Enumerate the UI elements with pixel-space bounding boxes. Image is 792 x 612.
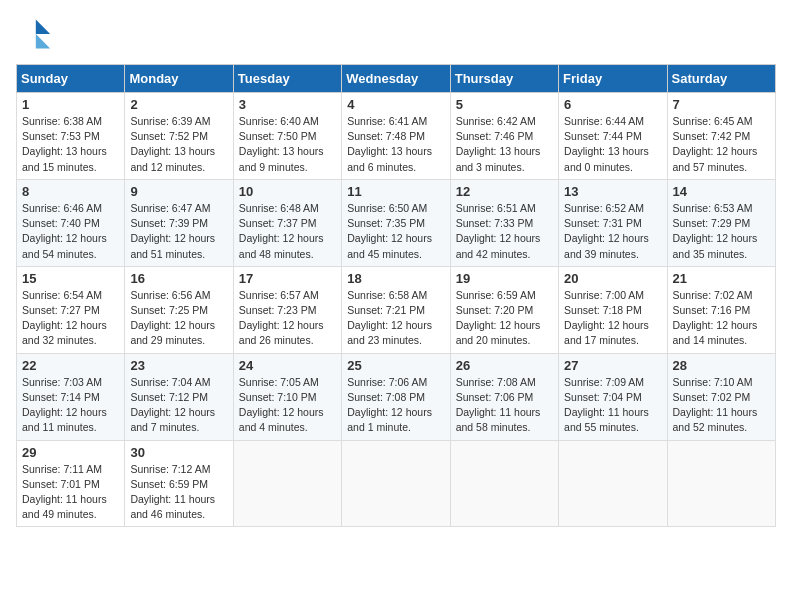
day-info: Sunrise: 7:02 AM Sunset: 7:16 PM Dayligh… <box>673 288 770 349</box>
day-info: Sunrise: 7:03 AM Sunset: 7:14 PM Dayligh… <box>22 375 119 436</box>
day-info: Sunrise: 7:11 AM Sunset: 7:01 PM Dayligh… <box>22 462 119 523</box>
calendar-cell: 3Sunrise: 6:40 AM Sunset: 7:50 PM Daylig… <box>233 93 341 180</box>
day-info: Sunrise: 7:10 AM Sunset: 7:02 PM Dayligh… <box>673 375 770 436</box>
calendar-cell: 21Sunrise: 7:02 AM Sunset: 7:16 PM Dayli… <box>667 266 775 353</box>
calendar-cell <box>667 440 775 527</box>
header-wednesday: Wednesday <box>342 65 450 93</box>
calendar-cell: 1Sunrise: 6:38 AM Sunset: 7:53 PM Daylig… <box>17 93 125 180</box>
calendar-cell: 11Sunrise: 6:50 AM Sunset: 7:35 PM Dayli… <box>342 179 450 266</box>
day-info: Sunrise: 6:50 AM Sunset: 7:35 PM Dayligh… <box>347 201 444 262</box>
day-info: Sunrise: 6:40 AM Sunset: 7:50 PM Dayligh… <box>239 114 336 175</box>
day-number: 25 <box>347 358 444 373</box>
day-info: Sunrise: 7:08 AM Sunset: 7:06 PM Dayligh… <box>456 375 553 436</box>
day-number: 18 <box>347 271 444 286</box>
calendar-cell: 5Sunrise: 6:42 AM Sunset: 7:46 PM Daylig… <box>450 93 558 180</box>
calendar-week-row: 22Sunrise: 7:03 AM Sunset: 7:14 PM Dayli… <box>17 353 776 440</box>
day-info: Sunrise: 6:47 AM Sunset: 7:39 PM Dayligh… <box>130 201 227 262</box>
day-info: Sunrise: 6:44 AM Sunset: 7:44 PM Dayligh… <box>564 114 661 175</box>
day-number: 10 <box>239 184 336 199</box>
day-number: 8 <box>22 184 119 199</box>
calendar-cell: 29Sunrise: 7:11 AM Sunset: 7:01 PM Dayli… <box>17 440 125 527</box>
day-info: Sunrise: 6:52 AM Sunset: 7:31 PM Dayligh… <box>564 201 661 262</box>
calendar-cell: 28Sunrise: 7:10 AM Sunset: 7:02 PM Dayli… <box>667 353 775 440</box>
calendar-cell: 9Sunrise: 6:47 AM Sunset: 7:39 PM Daylig… <box>125 179 233 266</box>
day-number: 14 <box>673 184 770 199</box>
calendar-cell: 15Sunrise: 6:54 AM Sunset: 7:27 PM Dayli… <box>17 266 125 353</box>
calendar-cell: 10Sunrise: 6:48 AM Sunset: 7:37 PM Dayli… <box>233 179 341 266</box>
calendar-week-row: 29Sunrise: 7:11 AM Sunset: 7:01 PM Dayli… <box>17 440 776 527</box>
calendar-cell: 19Sunrise: 6:59 AM Sunset: 7:20 PM Dayli… <box>450 266 558 353</box>
day-number: 24 <box>239 358 336 373</box>
calendar-cell: 17Sunrise: 6:57 AM Sunset: 7:23 PM Dayli… <box>233 266 341 353</box>
calendar-cell: 4Sunrise: 6:41 AM Sunset: 7:48 PM Daylig… <box>342 93 450 180</box>
day-info: Sunrise: 6:59 AM Sunset: 7:20 PM Dayligh… <box>456 288 553 349</box>
day-number: 26 <box>456 358 553 373</box>
calendar-cell <box>450 440 558 527</box>
day-info: Sunrise: 6:56 AM Sunset: 7:25 PM Dayligh… <box>130 288 227 349</box>
calendar-cell: 16Sunrise: 6:56 AM Sunset: 7:25 PM Dayli… <box>125 266 233 353</box>
day-number: 3 <box>239 97 336 112</box>
header-sunday: Sunday <box>17 65 125 93</box>
calendar-cell: 25Sunrise: 7:06 AM Sunset: 7:08 PM Dayli… <box>342 353 450 440</box>
day-number: 15 <box>22 271 119 286</box>
logo-icon <box>16 16 52 52</box>
calendar-cell: 20Sunrise: 7:00 AM Sunset: 7:18 PM Dayli… <box>559 266 667 353</box>
day-number: 27 <box>564 358 661 373</box>
day-info: Sunrise: 6:38 AM Sunset: 7:53 PM Dayligh… <box>22 114 119 175</box>
calendar-cell: 2Sunrise: 6:39 AM Sunset: 7:52 PM Daylig… <box>125 93 233 180</box>
day-info: Sunrise: 6:45 AM Sunset: 7:42 PM Dayligh… <box>673 114 770 175</box>
header-monday: Monday <box>125 65 233 93</box>
day-number: 7 <box>673 97 770 112</box>
day-info: Sunrise: 7:04 AM Sunset: 7:12 PM Dayligh… <box>130 375 227 436</box>
day-info: Sunrise: 6:58 AM Sunset: 7:21 PM Dayligh… <box>347 288 444 349</box>
day-number: 20 <box>564 271 661 286</box>
calendar-cell <box>559 440 667 527</box>
calendar-cell: 12Sunrise: 6:51 AM Sunset: 7:33 PM Dayli… <box>450 179 558 266</box>
day-info: Sunrise: 6:57 AM Sunset: 7:23 PM Dayligh… <box>239 288 336 349</box>
calendar-cell: 6Sunrise: 6:44 AM Sunset: 7:44 PM Daylig… <box>559 93 667 180</box>
day-info: Sunrise: 7:05 AM Sunset: 7:10 PM Dayligh… <box>239 375 336 436</box>
day-info: Sunrise: 6:54 AM Sunset: 7:27 PM Dayligh… <box>22 288 119 349</box>
day-info: Sunrise: 6:51 AM Sunset: 7:33 PM Dayligh… <box>456 201 553 262</box>
calendar-cell <box>342 440 450 527</box>
calendar-week-row: 8Sunrise: 6:46 AM Sunset: 7:40 PM Daylig… <box>17 179 776 266</box>
day-number: 16 <box>130 271 227 286</box>
calendar-cell: 23Sunrise: 7:04 AM Sunset: 7:12 PM Dayli… <box>125 353 233 440</box>
day-info: Sunrise: 6:42 AM Sunset: 7:46 PM Dayligh… <box>456 114 553 175</box>
calendar-cell: 30Sunrise: 7:12 AM Sunset: 6:59 PM Dayli… <box>125 440 233 527</box>
header-saturday: Saturday <box>667 65 775 93</box>
day-info: Sunrise: 6:39 AM Sunset: 7:52 PM Dayligh… <box>130 114 227 175</box>
day-info: Sunrise: 6:48 AM Sunset: 7:37 PM Dayligh… <box>239 201 336 262</box>
calendar-week-row: 15Sunrise: 6:54 AM Sunset: 7:27 PM Dayli… <box>17 266 776 353</box>
day-number: 5 <box>456 97 553 112</box>
day-number: 12 <box>456 184 553 199</box>
calendar-cell: 7Sunrise: 6:45 AM Sunset: 7:42 PM Daylig… <box>667 93 775 180</box>
page-header <box>16 16 776 52</box>
calendar-cell: 22Sunrise: 7:03 AM Sunset: 7:14 PM Dayli… <box>17 353 125 440</box>
day-number: 11 <box>347 184 444 199</box>
calendar-week-row: 1Sunrise: 6:38 AM Sunset: 7:53 PM Daylig… <box>17 93 776 180</box>
day-number: 13 <box>564 184 661 199</box>
day-info: Sunrise: 7:12 AM Sunset: 6:59 PM Dayligh… <box>130 462 227 523</box>
day-info: Sunrise: 6:46 AM Sunset: 7:40 PM Dayligh… <box>22 201 119 262</box>
svg-marker-1 <box>36 34 50 48</box>
day-number: 28 <box>673 358 770 373</box>
calendar-table: SundayMondayTuesdayWednesdayThursdayFrid… <box>16 64 776 527</box>
header-thursday: Thursday <box>450 65 558 93</box>
day-number: 2 <box>130 97 227 112</box>
calendar-cell: 8Sunrise: 6:46 AM Sunset: 7:40 PM Daylig… <box>17 179 125 266</box>
day-info: Sunrise: 7:09 AM Sunset: 7:04 PM Dayligh… <box>564 375 661 436</box>
calendar-cell: 26Sunrise: 7:08 AM Sunset: 7:06 PM Dayli… <box>450 353 558 440</box>
calendar-cell: 18Sunrise: 6:58 AM Sunset: 7:21 PM Dayli… <box>342 266 450 353</box>
day-number: 1 <box>22 97 119 112</box>
day-number: 6 <box>564 97 661 112</box>
day-number: 17 <box>239 271 336 286</box>
calendar-cell: 24Sunrise: 7:05 AM Sunset: 7:10 PM Dayli… <box>233 353 341 440</box>
calendar-cell: 14Sunrise: 6:53 AM Sunset: 7:29 PM Dayli… <box>667 179 775 266</box>
calendar-cell <box>233 440 341 527</box>
calendar-cell: 13Sunrise: 6:52 AM Sunset: 7:31 PM Dayli… <box>559 179 667 266</box>
day-number: 4 <box>347 97 444 112</box>
svg-marker-0 <box>36 20 50 34</box>
day-info: Sunrise: 7:00 AM Sunset: 7:18 PM Dayligh… <box>564 288 661 349</box>
day-number: 22 <box>22 358 119 373</box>
